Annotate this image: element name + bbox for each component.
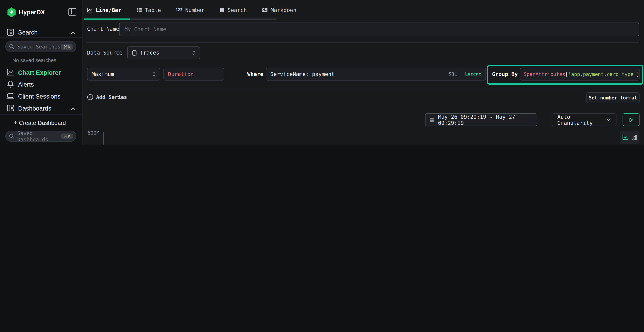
saved-dashboards-placeholder: Saved Dashboards (17, 130, 61, 142)
search-section-icon (6, 28, 14, 38)
run-query-button[interactable] (623, 114, 640, 126)
chevron-up-icon[interactable] (71, 107, 76, 110)
calendar-icon (430, 117, 434, 122)
aggregation-value: Maximum (92, 71, 114, 77)
data-source-select[interactable]: Traces (127, 46, 200, 59)
where-input[interactable]: ServiceName: payment SQL | Lucene (266, 68, 486, 80)
data-source-label: Data Source (87, 50, 122, 56)
chart-type-tabs: Line/Bar Table 123 Number Search Markdow… (87, 0, 296, 20)
tab-search[interactable]: Search (219, 0, 247, 20)
sql-toggle[interactable]: SQL (449, 71, 457, 77)
where-label: Where (247, 71, 263, 77)
tab-line-bar[interactable]: Line/Bar (87, 0, 122, 20)
tab-number[interactable]: 123 Number (176, 0, 204, 20)
field-value: Duration (168, 71, 194, 77)
sidebar-item-alerts[interactable]: Alerts (18, 81, 34, 88)
chevron-up-icon[interactable] (71, 31, 76, 34)
number-123-icon: 123 (176, 8, 182, 12)
group-by-label: Group By (492, 71, 518, 77)
markdown-icon (262, 7, 268, 12)
granularity-value: Auto Granularity (558, 114, 607, 126)
search-icon (9, 134, 14, 139)
saved-searches-input[interactable]: Saved Searches ⌘K (5, 41, 76, 52)
plus-circle-icon (87, 94, 93, 100)
granularity-select[interactable]: Auto Granularity (552, 114, 616, 126)
date-range-value: May 26 09:29:19 - May 27 09:29:19 (438, 114, 533, 126)
sidebar-item-chart-explorer[interactable]: Chart Explorer (18, 69, 61, 76)
sidebar-collapse-icon[interactable] (68, 8, 76, 16)
search-icon (9, 44, 14, 49)
sidebar-item-search[interactable]: Search (18, 29, 38, 36)
chevron-down-icon (607, 118, 611, 121)
create-dashboard-button[interactable]: + Create Dashboard (14, 119, 66, 126)
play-icon (629, 117, 633, 122)
tab-underline-active (84, 18, 130, 20)
tab-table[interactable]: Table (136, 0, 161, 20)
main-content: Line/Bar Table 123 Number Search Markdow… (82, 0, 644, 144)
group-by-fn: SpanAttributes (524, 71, 565, 77)
timeseries-chart[interactable]: 0150M300M450M600MMay 26 9:00:00 AM12:30:… (98, 130, 629, 144)
chart-name-placeholder: My Chart Name (124, 26, 166, 32)
date-range-input[interactable]: May 26 09:29:19 - May 27 09:29:19 (425, 114, 537, 126)
no-saved-searches-text: No saved searches (12, 58, 56, 63)
hyperdx-logo-icon (7, 7, 16, 17)
aggregation-select[interactable]: Maximum (87, 68, 160, 80)
data-source-value: Traces (140, 50, 160, 56)
lucene-toggle[interactable]: Lucene (465, 71, 482, 77)
field-select[interactable]: Duration (164, 68, 224, 80)
where-value: ServiceName: payment (270, 71, 334, 77)
chart-name-label: Chart Name (87, 26, 119, 32)
sidebar-item-client-sessions[interactable]: Client Sessions (18, 93, 60, 100)
chart-name-input[interactable]: My Chart Name (119, 22, 639, 36)
section-divider (87, 89, 639, 89)
bell-icon (7, 80, 14, 88)
select-chevrons-icon (192, 50, 195, 55)
line-chart-icon (87, 7, 93, 12)
add-series-button[interactable]: Add Series (87, 94, 127, 100)
dashboards-icon (6, 104, 14, 112)
saved-dashboards-input[interactable]: Saved Dashboards ⌘K (5, 130, 76, 142)
chart-line-icon (6, 69, 14, 76)
database-icon (132, 50, 137, 56)
shortcut-badge: ⌘K (61, 44, 73, 50)
section-divider (87, 42, 639, 42)
sidebar: HyperDX Search Saved Searches ⌘K No save… (0, 0, 82, 144)
bar-chart-toggle-icon[interactable] (632, 135, 637, 140)
table-icon (136, 7, 142, 12)
app-title: HyperDX (19, 8, 45, 16)
group-by-input[interactable]: SpanAttributes['app.payment.card_type'] (520, 68, 640, 80)
laptop-icon (6, 93, 14, 100)
set-number-format-button[interactable]: Set number format (586, 92, 640, 103)
list-search-icon (219, 7, 225, 12)
tab-markdown[interactable]: Markdown (262, 0, 296, 20)
sidebar-item-dashboards[interactable]: Dashboards (18, 105, 51, 112)
svg-text:600M: 600M (88, 130, 99, 136)
shortcut-badge: ⌘K (61, 133, 73, 139)
group-by-value: 'app.payment.card_type' (568, 71, 636, 77)
plus-icon: + (14, 119, 17, 126)
select-chevrons-icon (152, 72, 156, 76)
app-window: HyperDX Search Saved Searches ⌘K No save… (0, 0, 644, 144)
saved-searches-placeholder: Saved Searches (17, 44, 61, 50)
